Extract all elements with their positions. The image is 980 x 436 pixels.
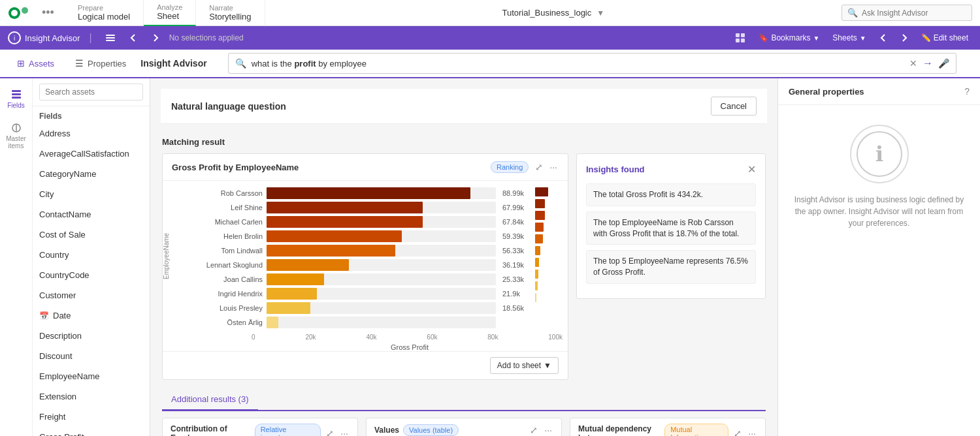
tab-assets[interactable]: ⊞ Assets <box>10 50 61 78</box>
nav-more-icon[interactable]: ••• <box>42 6 54 20</box>
sheets-btn[interactable]: Sheets ▼ <box>828 31 870 45</box>
insight-advisor-search-box[interactable]: 🔍 <box>841 5 972 21</box>
fields-icon <box>10 89 22 101</box>
bar-chart-area: Rob Carsson 88.99k Leif Shine 67.99k Mic… <box>170 181 535 331</box>
back-btn[interactable] <box>125 31 142 45</box>
additional-card-title: Values <box>374 426 399 435</box>
info-circle: ℹ <box>850 125 909 183</box>
insights-close-btn[interactable]: ✕ <box>747 163 756 176</box>
ia-search-mic-icon[interactable]: 🎤 <box>938 58 949 69</box>
main-content: Matching result Gross Profit by Employee… <box>161 132 767 436</box>
mini-bar <box>535 246 540 255</box>
list-item[interactable]: Customer <box>33 285 150 305</box>
insight-advisor-search-input[interactable] <box>862 8 953 18</box>
field-label: Discount <box>39 351 73 361</box>
selections-tool-btn[interactable] <box>101 30 120 46</box>
list-item[interactable]: Country <box>33 245 150 265</box>
right-info-area: ℹ Insight Advisor is using business logi… <box>778 105 980 249</box>
chart-more-btn[interactable]: ··· <box>548 161 559 174</box>
list-item[interactable]: CountryCode <box>33 265 150 285</box>
list-item[interactable]: City <box>33 184 150 204</box>
additional-card-title: Contribution of Employ... <box>171 424 251 436</box>
right-panel: General properties ? ℹ Insight Advisor i… <box>777 78 980 436</box>
matching-result-label: Matching result <box>162 132 766 149</box>
bar-fill <box>267 187 470 199</box>
cancel-button[interactable]: Cancel <box>711 97 757 116</box>
bar-value: 18.56k <box>502 304 527 312</box>
ia-search-arrow-icon[interactable]: → <box>923 57 933 69</box>
insights-title: Insights found <box>586 164 645 174</box>
mini-chart <box>535 181 568 331</box>
ia-search-clear-icon[interactable]: ✕ <box>909 58 917 69</box>
bar-track <box>267 273 496 285</box>
field-label: CountryCode <box>39 270 90 280</box>
nav-narrate[interactable]: Narrate Storytelling <box>196 0 265 26</box>
expand-additional-btn[interactable]: ⤢ <box>529 424 539 436</box>
nlq-section: Natural language question Cancel <box>161 89 767 124</box>
ia-search-bar[interactable]: 🔍 what is the profit by employee ✕ → 🎤 <box>228 53 956 74</box>
grid-view-btn[interactable] <box>731 30 749 46</box>
forward-btn[interactable] <box>147 31 164 45</box>
list-item[interactable]: EmployeeName <box>33 366 150 386</box>
additional-more-btn[interactable]: ··· <box>339 427 350 436</box>
sheets-chevron-icon: ▼ <box>860 35 866 42</box>
list-item[interactable]: Cost of Sale <box>33 225 150 245</box>
additional-card-title: Mutual dependency bet... <box>578 424 661 436</box>
prev-sheet-btn[interactable] <box>875 31 891 44</box>
tab-properties[interactable]: ☰ Properties <box>69 50 133 78</box>
nav-prepare[interactable]: Prepare Logical model <box>65 0 144 26</box>
list-item[interactable]: ContactName <box>33 204 150 225</box>
insight-advisor-icon: i <box>8 31 21 44</box>
mini-bar <box>535 223 544 232</box>
app-title-chevron-icon[interactable]: ▼ <box>596 8 604 18</box>
sidebar-item-master-items[interactable]: Master items <box>0 117 33 155</box>
back-icon <box>129 33 138 42</box>
narrate-sub-label: Narrate <box>209 4 251 12</box>
search-assets-input[interactable] <box>39 84 143 101</box>
help-icon[interactable]: ? <box>964 86 970 97</box>
right-panel-header: General properties ? <box>778 78 980 105</box>
list-item[interactable]: Discount <box>33 346 150 366</box>
app-logo[interactable] <box>8 5 31 21</box>
bar-fill <box>267 202 423 213</box>
bar-track <box>267 317 496 328</box>
svg-point-1 <box>11 10 18 16</box>
bookmarks-btn[interactable]: 🔖 Bookmarks ▼ <box>755 31 823 45</box>
list-item[interactable]: Description <box>33 326 150 346</box>
edit-sheet-btn[interactable]: ✏️ Edit sheet <box>917 31 972 45</box>
top-nav: ••• Prepare Logical model Analyze Sheet … <box>0 0 980 26</box>
list-item[interactable]: 📅Date <box>33 305 150 326</box>
bar-row: Östen Ärlig <box>178 317 527 328</box>
ia-search-highlight: profit <box>294 59 316 69</box>
additional-results-tab[interactable]: Additional results (3) <box>162 389 258 411</box>
additional-card-header: Contribution of Employ... Relative impor… <box>163 418 357 436</box>
list-item[interactable]: Freight <box>33 407 150 427</box>
list-item[interactable]: Extension <box>33 386 150 407</box>
info-text: Insight Advisor is using business logic … <box>791 194 967 229</box>
additional-more-btn[interactable]: ··· <box>543 424 553 436</box>
list-item[interactable]: AverageCallSatisfaction <box>33 144 150 164</box>
bar-track <box>267 288 496 300</box>
bar-row: Leif Shine 67.99k <box>178 202 527 213</box>
additional-more-btn[interactable]: ··· <box>747 427 757 436</box>
expand-additional-btn[interactable]: ⤢ <box>325 427 335 436</box>
qlik-logo-icon <box>8 5 31 21</box>
insights-list: The total Gross Profit is 434.2k.The top… <box>586 183 756 284</box>
expand-additional-btn[interactable]: ⤢ <box>732 427 743 436</box>
next-sheet-btn[interactable] <box>896 31 912 44</box>
list-item[interactable]: Gross Profit <box>33 427 150 436</box>
calendar-icon: 📅 <box>39 311 49 320</box>
chart-insights-row: Gross Profit by EmployeeName Ranking ⤢ ·… <box>162 153 766 380</box>
y-axis-label: EmployeeName <box>163 181 170 331</box>
list-item[interactable]: CategoryName <box>33 164 150 184</box>
nav-right-area: 🔍 <box>841 5 972 21</box>
ia-search-icon: 🔍 <box>235 58 246 69</box>
expand-chart-btn[interactable]: ⤢ <box>534 161 544 174</box>
sidebar-item-fields[interactable]: Fields <box>0 84 33 114</box>
add-to-sheet-btn[interactable]: Add to sheet ▼ <box>490 357 559 374</box>
left-content: Fields AddressAverageCallSatisfactionCat… <box>33 78 150 436</box>
nav-analyze[interactable]: Analyze Sheet <box>144 0 196 26</box>
insight-advisor-toolbar-btn[interactable]: i Insight Advisor <box>8 31 80 44</box>
list-item[interactable]: Address <box>33 123 150 144</box>
mini-bar <box>535 199 545 208</box>
